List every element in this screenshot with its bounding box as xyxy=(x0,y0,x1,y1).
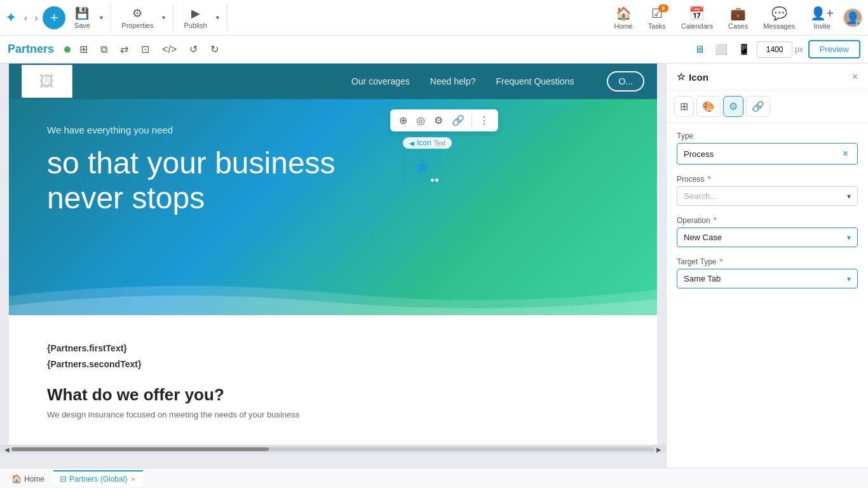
tab-partners-close-button[interactable]: × xyxy=(130,475,136,483)
scrollbar-track[interactable] xyxy=(11,447,654,451)
properties-icon: ⚙ xyxy=(132,6,142,20)
preview-button[interactable]: Preview xyxy=(808,40,860,58)
canvas-area: 🖼 Our coverages Need help? Frequent Ques… xyxy=(0,64,666,468)
panel-tab-layout[interactable]: ⊞ xyxy=(674,96,694,117)
tablet-landscape-viewport-button[interactable]: ⬜ xyxy=(711,41,731,58)
scroll-right-button[interactable]: ▶ xyxy=(654,446,663,453)
target-type-select[interactable]: Same Tab ▾ xyxy=(677,269,858,288)
process-field-group: Process * Search... ▾ xyxy=(677,175,858,206)
icon-badge-text: Icon xyxy=(417,139,431,147)
redo-button[interactable]: ↻ xyxy=(207,41,222,58)
properties-group: ⚙ Properties ▾ xyxy=(116,4,173,32)
type-field-label: Type xyxy=(677,132,858,140)
ft-settings-button[interactable]: ⚙ xyxy=(431,112,446,128)
operation-select[interactable]: New Case ▾ xyxy=(677,227,858,247)
scroll-left-button[interactable]: ◀ xyxy=(3,446,11,453)
mobile-viewport-button[interactable]: 📱 xyxy=(734,41,754,58)
site-logo: 🖼 xyxy=(22,65,72,98)
viewport-width-input[interactable] xyxy=(757,41,792,58)
tasks-badge: 9 xyxy=(658,4,668,12)
nav-cta-button[interactable]: O... xyxy=(607,71,644,92)
type-select-value: Process xyxy=(684,149,843,159)
calendars-icon: 📅 xyxy=(689,6,705,21)
operation-field-label: Operation * xyxy=(677,216,858,225)
nav-messages[interactable]: 💬 Messages xyxy=(757,3,801,32)
code-button[interactable]: </> xyxy=(158,41,180,58)
nav-cases[interactable]: 💼 Cases xyxy=(722,3,754,32)
publish-dropdown-button[interactable]: ▾ xyxy=(214,13,222,22)
save-dropdown-button[interactable]: ▾ xyxy=(97,13,105,22)
icon-element: ⊕ ◎ ⚙ 🔗 ⋮ ◀ Icon Text xyxy=(403,137,441,182)
home-icon: 🏠 xyxy=(616,6,632,21)
grid-view-button[interactable]: ⊞ xyxy=(76,41,92,58)
scrollbar-thumb[interactable] xyxy=(11,447,269,451)
site-nav-links: Our coverages Need help? Frequent Questi… xyxy=(351,71,644,92)
properties-button[interactable]: ⚙ Properties xyxy=(116,4,158,32)
panel-tab-style[interactable]: 🎨 xyxy=(696,96,721,117)
nav-home[interactable]: 🏠 Home xyxy=(607,3,639,32)
ft-more-button[interactable]: ⋮ xyxy=(476,112,492,128)
forward-button[interactable]: › xyxy=(32,10,41,25)
nav-calendars[interactable]: 📅 Calendars xyxy=(675,3,719,32)
type-clear-button[interactable]: × xyxy=(843,148,848,159)
nav-help-link[interactable]: Need help? xyxy=(430,76,476,86)
nav-tasks[interactable]: ☑ 9 Tasks xyxy=(642,3,672,32)
add-button[interactable]: + xyxy=(43,6,65,29)
calendars-label: Calendars xyxy=(681,22,713,30)
avatar[interactable]: 👤 xyxy=(843,8,863,28)
panel-header: ☆ Icon × xyxy=(667,64,868,91)
tab-home[interactable]: 🏠 Home xyxy=(5,470,51,486)
ft-link-button[interactable]: 🔗 xyxy=(449,112,468,128)
nav-faq-link[interactable]: Frequent Questions xyxy=(496,76,574,86)
site-preview: 🖼 Our coverages Need help? Frequent Ques… xyxy=(9,64,657,445)
process-search-placeholder: Search... xyxy=(684,191,847,201)
secondary-toolbar: Partners ⊞ ⧉ ⇄ ⊡ </> ↺ ↻ 🖥 ⬜ 📱 px Previe… xyxy=(0,36,868,64)
properties-dropdown-button[interactable]: ▾ xyxy=(159,13,168,22)
layers-button[interactable]: ⧉ xyxy=(97,41,111,58)
process-search-select[interactable]: Search... ▾ xyxy=(677,186,858,206)
panel-title-text: Icon xyxy=(689,72,709,83)
target-type-required-marker: * xyxy=(720,257,723,266)
target-type-select-value: Same Tab xyxy=(684,274,847,283)
panel-close-button[interactable]: × xyxy=(852,71,858,83)
tasks-label: Tasks xyxy=(648,22,666,30)
process-dropdown-arrow: ▾ xyxy=(847,192,851,201)
target-type-field-group: Target Type * Same Tab ▾ xyxy=(677,257,858,288)
desktop-viewport-button[interactable]: 🖥 xyxy=(691,41,709,58)
invite-label: Invite xyxy=(814,22,831,30)
publish-button[interactable]: ▶ Publish xyxy=(179,4,212,32)
nav-coverages-link[interactable]: Our coverages xyxy=(351,76,410,86)
tab-partners[interactable]: ⊟ Partners (Global) × xyxy=(53,470,143,486)
panel-tab-link[interactable]: 🔗 xyxy=(746,96,770,117)
type-select[interactable]: Process × xyxy=(677,143,858,165)
hero-text-line2: never stops xyxy=(47,181,205,215)
crop-button[interactable]: ⊡ xyxy=(137,41,153,58)
cases-label: Cases xyxy=(728,22,748,30)
save-button[interactable]: 💾 Save xyxy=(68,4,96,32)
navigation-button[interactable]: ⇄ xyxy=(116,41,132,58)
status-dot xyxy=(64,46,71,53)
operation-select-value: New Case xyxy=(684,233,847,242)
nav-invite[interactable]: 👤+ Invite xyxy=(804,3,840,32)
hero-large-text: so that your business never stops xyxy=(47,146,619,215)
home-tab-icon: 🏠 xyxy=(11,474,22,484)
icon-selection-box[interactable]: ★ xyxy=(403,151,441,182)
placeholder-line1: {Partners.firstText} xyxy=(47,341,619,356)
ft-style-button[interactable]: ◎ xyxy=(413,112,428,128)
main-area: 🖼 Our coverages Need help? Frequent Ques… xyxy=(0,64,868,468)
content-placeholders: {Partners.firstText} {Partners.secondTex… xyxy=(47,341,619,372)
partners-tab-icon: ⊟ xyxy=(60,474,67,484)
hero-small-text: We have everything you need xyxy=(47,125,619,135)
back-button[interactable]: ‹ xyxy=(22,10,30,25)
home-label: Home xyxy=(614,22,632,30)
icon-resize-dots xyxy=(431,179,438,182)
ft-move-button[interactable]: ⊕ xyxy=(396,112,410,128)
target-type-field-label: Target Type * xyxy=(677,257,858,266)
invite-icon: 👤+ xyxy=(810,6,834,21)
panel-tab-settings[interactable]: ⚙ xyxy=(723,96,743,117)
save-label: Save xyxy=(74,22,90,29)
cases-icon: 💼 xyxy=(730,6,746,21)
undo-button[interactable]: ↺ xyxy=(186,41,201,58)
canvas-scroll[interactable]: 🖼 Our coverages Need help? Frequent Ques… xyxy=(0,64,666,468)
avatar-online-dot xyxy=(856,21,861,26)
